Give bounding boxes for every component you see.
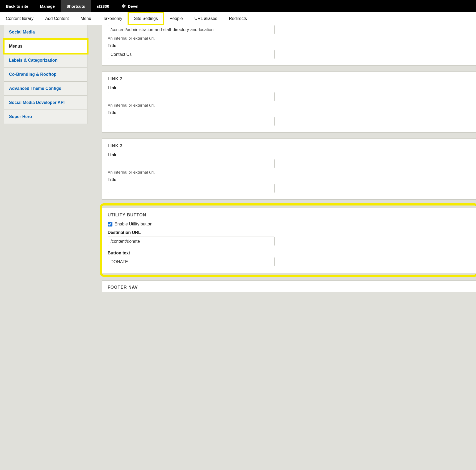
sidebar-item-labels[interactable]: Labels & Categorization	[4, 53, 87, 68]
nav-content-library[interactable]: Content library	[0, 12, 39, 25]
nav-people[interactable]: People	[164, 12, 189, 25]
nav-add-content[interactable]: Add Content	[39, 12, 75, 25]
utility-dest-input[interactable]	[108, 237, 275, 246]
gear-icon	[121, 4, 126, 9]
link3-link-input[interactable]	[108, 159, 275, 168]
nav-menu[interactable]: Menu	[75, 12, 97, 25]
link3-link-help: An internal or external url.	[108, 170, 471, 175]
settings-sidebar: Social Media Menus Labels & Categorizati…	[4, 25, 87, 124]
nav-taxonomy[interactable]: Taxonomy	[97, 12, 128, 25]
back-to-site-link[interactable]: Back to site	[0, 0, 34, 12]
admin-topbar: Back to site Manage Shortcuts sf2330 Dev…	[0, 0, 476, 12]
link2-title-label: Title	[108, 110, 471, 115]
link2-panel: LINK 2 Link An internal or external url.…	[102, 72, 476, 133]
link3-title-label: Title	[108, 177, 471, 182]
footer-nav-panel: FOOTER NAV	[102, 280, 476, 292]
link3-panel: LINK 3 Link An internal or external url.…	[102, 139, 476, 200]
sidebar-item-cobranding[interactable]: Co-Branding & Rooftop	[4, 68, 87, 82]
main-content: An internal or external url. Title LINK …	[87, 25, 476, 303]
nav-site-settings[interactable]: Site Settings	[128, 12, 164, 25]
link1-link-help: An internal or external url.	[108, 36, 471, 41]
utility-enable-label: Enable Utility button	[115, 222, 152, 226]
site-id-label[interactable]: sf2330	[91, 0, 115, 12]
link2-link-input[interactable]	[108, 92, 275, 101]
sidebar-item-menus[interactable]: Menus	[4, 39, 87, 53]
link2-link-help: An internal or external url.	[108, 103, 471, 108]
manage-link[interactable]: Manage	[34, 0, 61, 12]
sidebar-item-advanced[interactable]: Advanced Theme Configs	[4, 82, 87, 96]
devel-link[interactable]: Devel	[115, 0, 144, 12]
utility-panel: UTILITY BUTTON Enable Utility button Des…	[102, 208, 476, 273]
link1-link-input[interactable]	[108, 25, 275, 34]
nav-url-aliases[interactable]: URL aliases	[189, 12, 223, 25]
link1-title-label: Title	[108, 43, 471, 48]
link3-panel-title: LINK 3	[108, 144, 471, 148]
utility-panel-title: UTILITY BUTTON	[108, 213, 470, 217]
link3-title-input[interactable]	[108, 184, 275, 193]
utility-dest-label: Destination URL	[108, 230, 470, 235]
link2-title-input[interactable]	[108, 117, 275, 126]
link2-link-label: Link	[108, 86, 471, 90]
devel-label: Devel	[128, 4, 138, 9]
link1-title-input[interactable]	[108, 50, 275, 59]
utility-btn-input[interactable]	[108, 257, 275, 266]
link1-panel: An internal or external url. Title	[102, 25, 476, 66]
utility-enable-checkbox[interactable]	[108, 222, 112, 226]
sidebar-item-super-hero[interactable]: Super Hero	[4, 110, 87, 124]
shortcuts-link[interactable]: Shortcuts	[61, 0, 91, 12]
sidebar-item-dev-api[interactable]: Social Media Developer API	[4, 96, 87, 110]
utility-highlight-wrap: UTILITY BUTTON Enable Utility button Des…	[102, 205, 476, 275]
utility-btn-label: Button text	[108, 251, 470, 255]
nav-redirects[interactable]: Redirects	[223, 12, 253, 25]
footer-nav-title: FOOTER NAV	[108, 285, 471, 290]
secondary-nav: Content library Add Content Menu Taxonom…	[0, 12, 476, 25]
link2-panel-title: LINK 2	[108, 77, 471, 81]
link3-link-label: Link	[108, 153, 471, 157]
sidebar-item-social-media[interactable]: Social Media	[4, 25, 87, 39]
utility-enable-row[interactable]: Enable Utility button	[108, 222, 470, 226]
